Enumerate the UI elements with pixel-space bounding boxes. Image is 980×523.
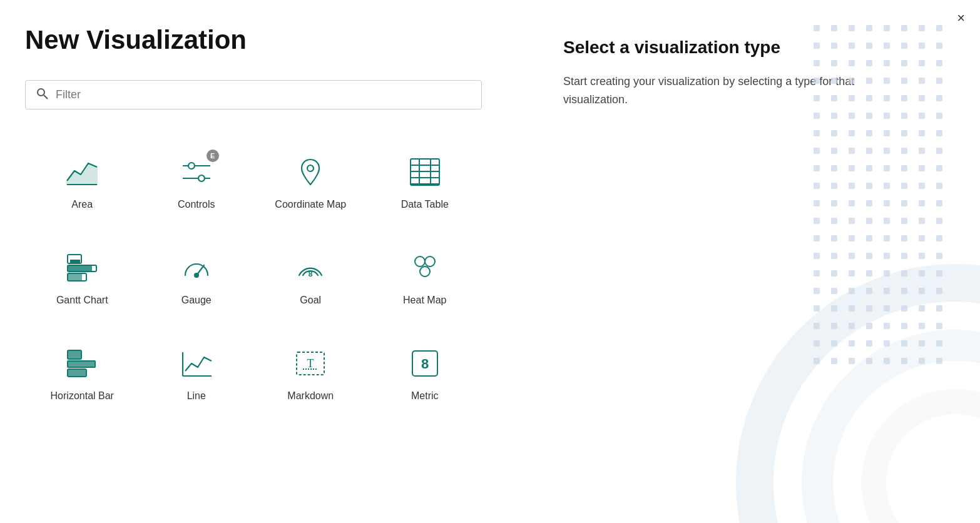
viz-item-gauge[interactable]: Gauge [140, 230, 254, 326]
svg-point-27 [420, 267, 430, 277]
dot [936, 78, 942, 84]
goal-label: Goal [300, 294, 321, 307]
dot [884, 95, 890, 101]
viz-item-coordinate-map[interactable]: Coordinate Map [253, 135, 368, 230]
dot [919, 95, 925, 101]
dot [919, 25, 925, 31]
dot [866, 148, 872, 154]
dot [936, 95, 942, 101]
dot [901, 43, 907, 49]
svg-rect-31 [68, 362, 94, 367]
viz-item-heat-map[interactable]: Heat Map [368, 230, 482, 326]
dot [936, 165, 942, 171]
dot [814, 183, 820, 189]
dot [831, 113, 837, 119]
dot [831, 148, 837, 154]
metric-icon: 8 [406, 345, 444, 382]
dot [849, 25, 855, 31]
dot [919, 183, 925, 189]
dot [919, 130, 925, 136]
svg-point-23 [195, 273, 198, 277]
viz-grid: Area E Controls [25, 135, 482, 421]
svg-text:8: 8 [421, 356, 429, 372]
search-icon [36, 87, 48, 103]
dot [884, 113, 890, 119]
dot [866, 95, 872, 101]
arc-decoration [705, 233, 980, 523]
svg-line-1 [44, 95, 48, 99]
badge-e: E [207, 150, 219, 162]
viz-item-line[interactable]: Line [140, 326, 254, 422]
dot [814, 113, 820, 119]
dot [919, 148, 925, 154]
coordinate-map-label: Coordinate Map [275, 198, 346, 211]
dot [901, 95, 907, 101]
viz-item-horizontal-bar[interactable]: Horizontal Bar [25, 326, 140, 422]
dot [901, 78, 907, 84]
goal-icon: 8 [292, 249, 329, 287]
dot [814, 60, 820, 66]
dot [901, 130, 907, 136]
dot [849, 43, 855, 49]
dot [866, 130, 872, 136]
filter-input[interactable] [56, 88, 471, 101]
dot [884, 60, 890, 66]
right-panel-title: Select a visualization type [563, 38, 839, 58]
horizontal-bar-icon [63, 345, 101, 382]
dot [919, 78, 925, 84]
viz-item-area[interactable]: Area [25, 135, 140, 230]
data-table-label: Data Table [401, 198, 449, 211]
data-table-icon [406, 153, 444, 191]
dot [849, 113, 855, 119]
viz-item-gantt[interactable]: Gantt Chart [25, 230, 140, 326]
dot [849, 130, 855, 136]
viz-item-markdown[interactable]: T Markdown [253, 326, 368, 422]
dot [901, 148, 907, 154]
dot [866, 25, 872, 31]
dot [866, 78, 872, 84]
dot [884, 43, 890, 49]
dot [831, 60, 837, 66]
dot [884, 165, 890, 171]
markdown-icon: T [292, 345, 329, 382]
svg-point-43 [874, 402, 980, 523]
dot [884, 148, 890, 154]
dot [831, 43, 837, 49]
viz-item-goal[interactable]: 8 Goal [253, 230, 368, 326]
dot [936, 43, 942, 49]
dot [901, 113, 907, 119]
svg-rect-29 [68, 351, 80, 358]
viz-item-metric[interactable]: 8 Metric [368, 326, 482, 422]
dot [866, 183, 872, 189]
dot [936, 25, 942, 31]
dot [919, 113, 925, 119]
dot [936, 130, 942, 136]
dot [831, 165, 837, 171]
dot [831, 130, 837, 136]
controls-icon: E [178, 153, 215, 191]
svg-point-6 [188, 163, 195, 169]
page-title: New Visualization [25, 25, 482, 55]
dot [866, 165, 872, 171]
dot [849, 148, 855, 154]
heat-map-icon [406, 249, 444, 287]
horizontal-bar-label: Horizontal Bar [51, 390, 114, 403]
viz-item-data-table[interactable]: Data Table [368, 135, 482, 230]
dot [919, 165, 925, 171]
main-container: New Visualization Ar [0, 0, 980, 523]
svg-point-8 [307, 165, 314, 171]
gauge-icon [178, 249, 215, 287]
svg-rect-17 [71, 260, 79, 263]
dot [901, 183, 907, 189]
dot [901, 165, 907, 171]
heat-map-label: Heat Map [403, 294, 446, 307]
search-box [25, 80, 482, 109]
gantt-icon [63, 249, 101, 287]
svg-rect-33 [68, 370, 85, 376]
dot [814, 25, 820, 31]
dot [936, 183, 942, 189]
dot [936, 113, 942, 119]
viz-item-controls[interactable]: E Controls [140, 135, 254, 230]
dot [831, 78, 837, 84]
dot [884, 78, 890, 84]
